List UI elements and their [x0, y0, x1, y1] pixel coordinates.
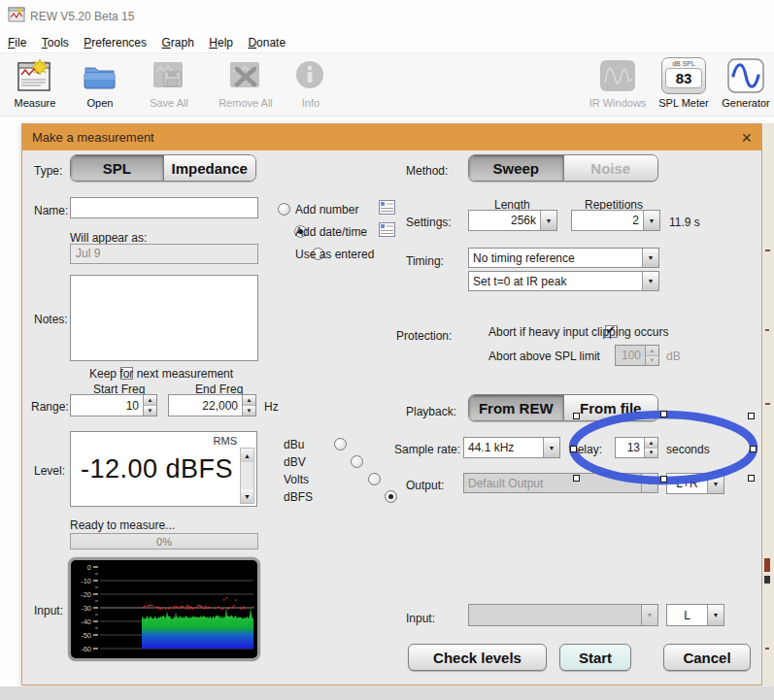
- notes-field-wrap: [70, 275, 258, 361]
- menu-preferences[interactable]: Preferences: [84, 36, 147, 50]
- end-freq-arrows[interactable]: ▲▼: [242, 395, 255, 416]
- annotation-handle[interactable]: [660, 476, 667, 483]
- measure-icon: [6, 55, 64, 96]
- timing-reference-combo[interactable]: No timing reference ▼: [468, 248, 659, 268]
- dropdown-arrow-icon: ▼: [643, 211, 659, 230]
- save-all-label: Save All: [138, 97, 200, 109]
- menu-tools[interactable]: Tools: [42, 36, 69, 50]
- method-sweep-button[interactable]: Sweep: [469, 155, 564, 181]
- name-input[interactable]: [71, 198, 257, 217]
- annotation-handle[interactable]: [570, 446, 577, 452]
- abort-clipping-label: Abort if heavy input clipping occurs: [488, 325, 668, 339]
- annotation-handle[interactable]: [748, 413, 755, 419]
- open-button[interactable]: Open: [72, 55, 128, 116]
- input-channel-value: L: [667, 605, 707, 625]
- output-label: Output:: [406, 479, 444, 492]
- menu-file[interactable]: File: [8, 36, 26, 50]
- length-combo[interactable]: 256k ▼: [468, 210, 557, 231]
- datetime-list-icon[interactable]: [379, 222, 395, 241]
- timing-t0-value: Set t=0 at IR peak: [469, 272, 642, 290]
- input2-label: Input:: [406, 612, 435, 625]
- spl-meter-icon: dB SPL 83: [653, 55, 715, 96]
- start-button[interactable]: Start: [559, 644, 631, 671]
- type-spl-button[interactable]: SPL: [71, 155, 164, 181]
- menu-graph[interactable]: Graph: [161, 36, 193, 50]
- svg-text:-30: -30: [81, 604, 91, 613]
- sample-rate-combo[interactable]: 44.1 kHz ▼: [463, 437, 560, 458]
- playback-from-rew-button[interactable]: From REW: [469, 395, 564, 420]
- annotation-handle[interactable]: [748, 475, 755, 482]
- spl-meter-button[interactable]: dB SPL 83 SPL Meter: [653, 55, 715, 116]
- dropdown-arrow-icon: ▼: [641, 474, 657, 492]
- start-freq-spinner[interactable]: 10 ▲▼: [70, 394, 157, 417]
- delay-spinner[interactable]: 13 ▲▼: [615, 437, 658, 458]
- app-icon: [8, 6, 25, 27]
- settings-label: Settings:: [406, 216, 452, 229]
- spl-limit-arrows[interactable]: ▲▼: [645, 346, 658, 365]
- save-all-button[interactable]: Save All: [138, 55, 200, 116]
- end-freq-value: 22,000: [169, 395, 242, 416]
- svg-text:-10: -10: [81, 577, 91, 585]
- output-channel-combo[interactable]: L+R ▼: [666, 473, 724, 494]
- save-all-icon: [138, 55, 200, 96]
- timing-label: Timing:: [406, 254, 444, 268]
- notes-textarea[interactable]: [71, 276, 257, 360]
- spl-meter-value: 83: [665, 68, 702, 88]
- cancel-button[interactable]: Cancel: [663, 644, 751, 671]
- db-label: dB: [666, 350, 681, 363]
- up-arrow-icon: ▲: [645, 438, 657, 449]
- protection-label: Protection:: [396, 329, 452, 343]
- svg-text:-40: -40: [81, 617, 91, 626]
- annotation-handle[interactable]: [750, 446, 757, 452]
- dropdown-arrow-icon: ▼: [642, 249, 658, 267]
- range-label: Range:: [31, 400, 69, 414]
- remove-all-button[interactable]: Remove All: [208, 55, 284, 116]
- output-combo[interactable]: Default Output ▼: [463, 473, 658, 493]
- close-icon[interactable]: ×: [741, 129, 752, 147]
- measure-button[interactable]: Measure: [6, 55, 64, 116]
- add-number-radio[interactable]: [278, 203, 290, 216]
- down-arrow-icon[interactable]: ▼: [241, 489, 253, 503]
- number-list-icon[interactable]: [379, 200, 395, 218]
- annotation-handle[interactable]: [660, 411, 667, 417]
- input-device-combo[interactable]: ▼: [468, 604, 658, 626]
- sample-rate-value: 44.1 kHz: [464, 438, 543, 457]
- level-scrollbar[interactable]: ▲ ▼: [240, 448, 254, 504]
- check-levels-button[interactable]: Check levels: [408, 644, 547, 671]
- input-channel-combo[interactable]: L ▼: [666, 604, 724, 626]
- repetitions-value: 2: [572, 211, 643, 230]
- repetitions-combo[interactable]: 2 ▼: [571, 210, 660, 231]
- hz-label: Hz: [264, 400, 279, 414]
- unit-dbu-radio[interactable]: [334, 438, 347, 450]
- annotation-handle[interactable]: [573, 475, 580, 482]
- ir-windows-button[interactable]: IR Windows: [585, 55, 651, 116]
- end-freq-spinner[interactable]: 22,000 ▲▼: [168, 394, 256, 417]
- generator-button[interactable]: Generator: [719, 55, 773, 116]
- desktop-strip: [0, 686, 774, 700]
- type-toggle: SPL Impedance: [70, 154, 256, 182]
- open-folder-icon: [72, 55, 128, 96]
- spl-limit-spinner[interactable]: 100 ▲▼: [615, 345, 659, 366]
- annotation-handle[interactable]: [573, 413, 580, 419]
- menu-donate[interactable]: Donate: [248, 36, 286, 50]
- use-as-entered-label: Use as entered: [295, 248, 374, 261]
- up-arrow-icon[interactable]: ▲: [241, 449, 253, 462]
- dropdown-arrow-icon: ▼: [540, 211, 556, 230]
- svg-text:0: 0: [87, 563, 91, 572]
- type-impedance-button[interactable]: Impedance: [164, 155, 256, 181]
- method-noise-button[interactable]: Noise: [564, 155, 658, 181]
- remove-all-icon: [208, 55, 284, 96]
- window-title: REW V5.20 Beta 15: [30, 10, 134, 23]
- unit-volts-radio[interactable]: [368, 473, 381, 485]
- add-datetime-label: Add date/time: [295, 225, 367, 239]
- delay-arrows[interactable]: ▲▼: [644, 438, 657, 457]
- info-button[interactable]: Info: [287, 55, 334, 116]
- svg-text:-50: -50: [81, 631, 91, 640]
- start-freq-arrows[interactable]: ▲▼: [143, 395, 156, 416]
- menu-bar: File Tools Preferences Graph Help Donate: [8, 33, 296, 50]
- name-field-wrap: [70, 197, 258, 218]
- menu-help[interactable]: Help: [209, 36, 233, 50]
- sample-rate-label: Sample rate:: [394, 443, 460, 456]
- timing-t0-combo[interactable]: Set t=0 at IR peak ▼: [468, 271, 659, 291]
- level-display: RMS -12.00 dBFS ▲ ▼: [70, 431, 257, 507]
